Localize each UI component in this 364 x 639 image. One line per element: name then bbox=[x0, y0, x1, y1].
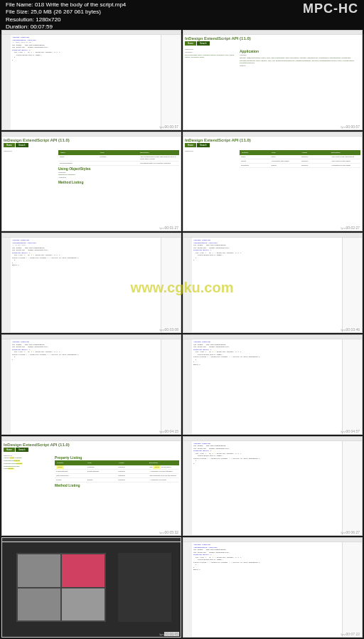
api-header: InDesign ExtendScript API (11.0) Home Se… bbox=[183, 137, 362, 149]
timestamp: 00:05:32 bbox=[164, 530, 179, 534]
code-editor: #target indesign var myDoc = app.activeD… bbox=[183, 339, 362, 435]
timestamp: 00:00:57 bbox=[346, 125, 360, 129]
tab-search[interactable]: Search bbox=[16, 143, 28, 147]
code-gutter bbox=[2, 339, 11, 434]
thumbnail: InDesign ExtendScript API (11.0) Home Se… bbox=[183, 132, 363, 232]
timestamp: 00:04:57 bbox=[346, 429, 360, 433]
api-table: PropertyTypeAccessDescription optionFoot… bbox=[55, 460, 179, 482]
placed-image bbox=[62, 588, 105, 621]
code-body: #target indesign var myDoc = app.activeD… bbox=[192, 339, 341, 434]
file-info-block: File Name: 018 Write the body of the scr… bbox=[6, 1, 126, 31]
side-panel bbox=[342, 441, 362, 536]
side-panel bbox=[342, 339, 362, 434]
thumbnail: #target indesign #targetengine "session"… bbox=[1, 233, 181, 333]
api-table: PropertyTypeAccessDescription namestring… bbox=[240, 150, 360, 168]
tab-search[interactable]: Search bbox=[197, 41, 210, 46]
section-application: Application bbox=[240, 49, 360, 53]
api-header: InDesign ExtendScript API (11.0) Home Se… bbox=[2, 441, 181, 453]
timestamp: 00:06:27 bbox=[346, 530, 360, 534]
side-panel bbox=[161, 238, 181, 332]
side-panel bbox=[161, 339, 181, 434]
code-editor: #target indesign #targetengine "session"… bbox=[2, 35, 181, 130]
api-tabs: Home Search bbox=[4, 143, 179, 147]
app-name: MPC-HC bbox=[303, 1, 358, 16]
code-editor: #target indesign var myDoc = app.activeD… bbox=[183, 441, 362, 537]
objects-label: Objects: bbox=[240, 65, 360, 68]
file-size-row: File Size: 25,0 MB (26 267 061 bytes) bbox=[6, 9, 126, 16]
code-body: #target indesign var myDoc = app.activeD… bbox=[11, 339, 159, 434]
tab-home[interactable]: Home bbox=[4, 143, 15, 147]
indesign-panel bbox=[118, 553, 171, 622]
thumbnail: InDesign ExtendScript API (11.0) Home Se… bbox=[1, 436, 181, 537]
thumbnail: #target indesign #targetengine "session"… bbox=[183, 233, 363, 333]
tab-home[interactable]: Home bbox=[185, 143, 196, 147]
placed-image bbox=[62, 554, 105, 587]
property-listing: Property Listing bbox=[55, 455, 179, 460]
thumbnail: #target indesign #targetengine "session"… bbox=[1, 30, 181, 130]
placed-image bbox=[18, 588, 60, 621]
hierarchy-links[interactable]: JxsxFileFormat (bool), fullName (string)… bbox=[185, 54, 237, 60]
thumbnail: #target indesign var myDoc = app.activeD… bbox=[1, 334, 181, 435]
api-header: InDesign ExtendScript API (11.0) Home Se… bbox=[2, 137, 181, 149]
side-panel bbox=[342, 542, 362, 637]
thumbnail: InDesign ExtendScript API (11.0) Home Se… bbox=[1, 132, 181, 232]
code-body: #target indesign #targetengine "session"… bbox=[192, 542, 341, 637]
code-body: #target indesign var myDoc = app.activeD… bbox=[192, 441, 341, 536]
table-row: eventsEventsreadonlyA collection of even… bbox=[55, 478, 179, 482]
side-panel bbox=[161, 35, 181, 130]
code-gutter bbox=[2, 238, 11, 332]
indesign-document bbox=[16, 553, 106, 622]
api-tabs: Home Search bbox=[185, 41, 360, 46]
code-gutter bbox=[2, 35, 11, 130]
api-table: NameTypeDescription localeNumberThe capi… bbox=[58, 150, 179, 166]
table-header: NameTypeDescription bbox=[58, 150, 179, 155]
code-body: #target indesign #targetengine "session"… bbox=[11, 238, 159, 332]
side-panel bbox=[342, 238, 362, 332]
section-using: Using ObjectStyles bbox=[58, 167, 179, 171]
tab-home[interactable]: Home bbox=[185, 41, 196, 46]
api-header: InDesign ExtendScript API (11.0) Home Se… bbox=[183, 35, 362, 47]
code-editor: #target indesign #targetengine "session"… bbox=[183, 542, 362, 638]
timestamp: 00:02:27 bbox=[346, 226, 360, 230]
table-header: PropertyTypeAccessDescription bbox=[240, 150, 360, 155]
timestamp: 00:01:27 bbox=[164, 226, 179, 230]
table-header: PropertyTypeAccessDescription bbox=[55, 460, 179, 465]
code-body: #target indesign #targetengine "session"… bbox=[11, 35, 159, 130]
tab-search[interactable]: Search bbox=[197, 143, 210, 147]
tab-search[interactable]: Search bbox=[16, 448, 28, 452]
tab-home[interactable]: Home bbox=[4, 448, 15, 452]
window-titlebar bbox=[2, 538, 181, 542]
accepting-label: Accepting bbox=[58, 176, 179, 179]
thumbnail: #target indesign #targetengine "session"… bbox=[183, 537, 363, 638]
code-gutter bbox=[183, 238, 192, 332]
placed-image bbox=[18, 554, 60, 587]
api-title: InDesign ExtendScript API (11.0) bbox=[185, 36, 360, 41]
table-row: includeRemotesincludeRemotes is a boolea… bbox=[58, 162, 179, 166]
api-title: InDesign ExtendScript API (11.0) bbox=[185, 138, 360, 142]
code-body: #target indesign #targetengine "session"… bbox=[192, 238, 341, 332]
thumbnail: InDesign ExtendScript API (11.0) Home Se… bbox=[183, 30, 363, 130]
resolution-row: Resolution: 1280x720 bbox=[6, 16, 126, 23]
table-row: propertiesObjectreadonlyProperties for t… bbox=[240, 164, 360, 168]
table-row: localeNumberThe capitalization locale th… bbox=[58, 155, 179, 162]
timestamp: 00:06:45 bbox=[164, 632, 179, 636]
timestamp: 00:03:46 bbox=[346, 327, 360, 332]
timestamp: 00:03:08 bbox=[164, 327, 179, 332]
search-label: Search for: bbox=[185, 150, 237, 153]
api-content: Search for: NameTypeDescription localeNu… bbox=[2, 149, 181, 232]
method-listing: Method Listing bbox=[58, 180, 179, 184]
api-sidebar-links[interactable]: Method using FootnoteFootnoteFirstOption… bbox=[4, 457, 52, 470]
methods-list[interactable]: activate, addEventListener, applyMenu, a… bbox=[240, 57, 360, 65]
api-content: Search for: Method using FootnoteFootnot… bbox=[2, 453, 181, 537]
thumbnail: lynda 00:06:45 bbox=[1, 537, 181, 638]
code-gutter bbox=[183, 441, 192, 536]
code-editor: #target indesign var myDoc = app.activeD… bbox=[2, 339, 181, 435]
thumbnail: #target indesign var myDoc = app.activeD… bbox=[183, 334, 363, 435]
api-content: Search for: Hierarchy: JxsxFileFormat (b… bbox=[183, 47, 362, 130]
api-tabs: Home Search bbox=[185, 143, 360, 147]
api-title: InDesign ExtendScript API (11.0) bbox=[4, 138, 179, 142]
timestamp: 00:07:22 bbox=[346, 632, 360, 636]
search-label: Search for: bbox=[4, 150, 55, 153]
api-content: Search for: PropertyTypeAccessDescriptio… bbox=[183, 149, 362, 232]
thumbnail: #target indesign var myDoc = app.activeD… bbox=[183, 436, 363, 537]
